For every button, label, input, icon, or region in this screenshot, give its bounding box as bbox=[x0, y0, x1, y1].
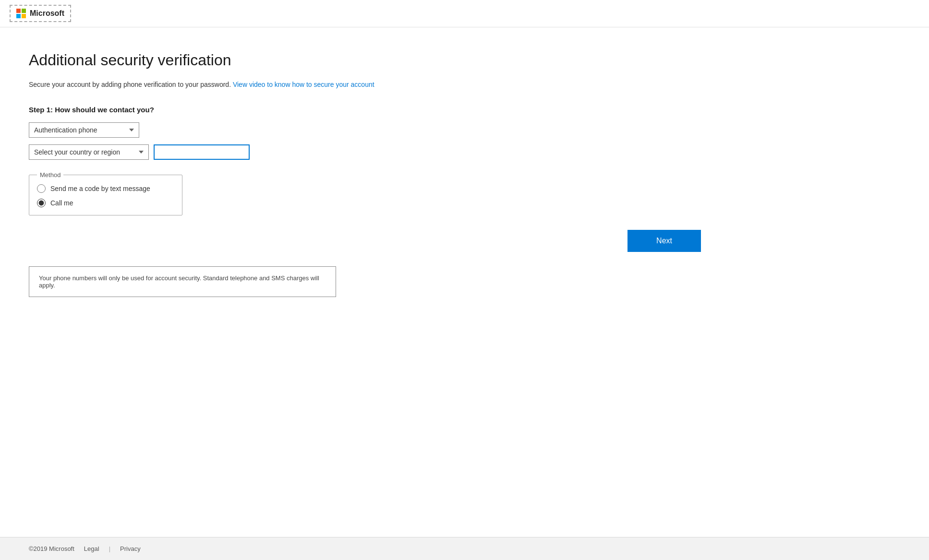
next-button-row: Next bbox=[29, 230, 701, 252]
page-title: Additional security verification bbox=[29, 51, 900, 69]
sms-label: Send me a code by text message bbox=[50, 185, 150, 192]
auth-method-select[interactable]: Authentication phone Mobile app bbox=[29, 122, 139, 138]
country-select[interactable]: Select your country or region United Sta… bbox=[29, 144, 149, 160]
disclaimer-text: Your phone numbers will only be used for… bbox=[39, 274, 319, 289]
subtitle: Secure your account by adding phone veri… bbox=[29, 81, 900, 88]
footer: ©2019 Microsoft Legal | Privacy bbox=[0, 537, 929, 560]
next-button[interactable]: Next bbox=[627, 230, 701, 252]
main-content: Additional security verification Secure … bbox=[0, 27, 929, 537]
header: Microsoft bbox=[0, 0, 929, 27]
copyright: ©2019 Microsoft bbox=[29, 545, 74, 552]
form-section: Step 1: How should we contact you? Authe… bbox=[29, 106, 365, 215]
logo-red-square bbox=[16, 9, 21, 13]
sms-option[interactable]: Send me a code by text message bbox=[37, 184, 172, 193]
subtitle-text: Secure your account by adding phone veri… bbox=[29, 81, 231, 88]
privacy-link[interactable]: Privacy bbox=[120, 545, 141, 552]
disclaimer-box: Your phone numbers will only be used for… bbox=[29, 266, 336, 297]
footer-divider: | bbox=[109, 545, 110, 552]
logo-blue-square bbox=[16, 14, 21, 18]
logo-green-square bbox=[22, 9, 26, 13]
method-fieldset: Method Send me a code by text message Ca… bbox=[29, 171, 182, 215]
method-legend: Method bbox=[37, 171, 63, 179]
subtitle-link[interactable]: View video to know how to secure your ac… bbox=[233, 81, 374, 88]
call-radio[interactable] bbox=[37, 199, 46, 207]
step-heading: Step 1: How should we contact you? bbox=[29, 106, 365, 114]
logo-yellow-square bbox=[22, 14, 26, 18]
phone-number-input[interactable] bbox=[154, 144, 250, 160]
call-option[interactable]: Call me bbox=[37, 199, 172, 207]
legal-link[interactable]: Legal bbox=[84, 545, 99, 552]
country-phone-row: Select your country or region United Sta… bbox=[29, 144, 365, 160]
call-label: Call me bbox=[50, 199, 73, 207]
ms-logo-grid bbox=[16, 9, 26, 18]
microsoft-logo: Microsoft bbox=[10, 5, 71, 22]
sms-radio[interactable] bbox=[37, 184, 46, 193]
microsoft-logo-text: Microsoft bbox=[30, 9, 64, 18]
